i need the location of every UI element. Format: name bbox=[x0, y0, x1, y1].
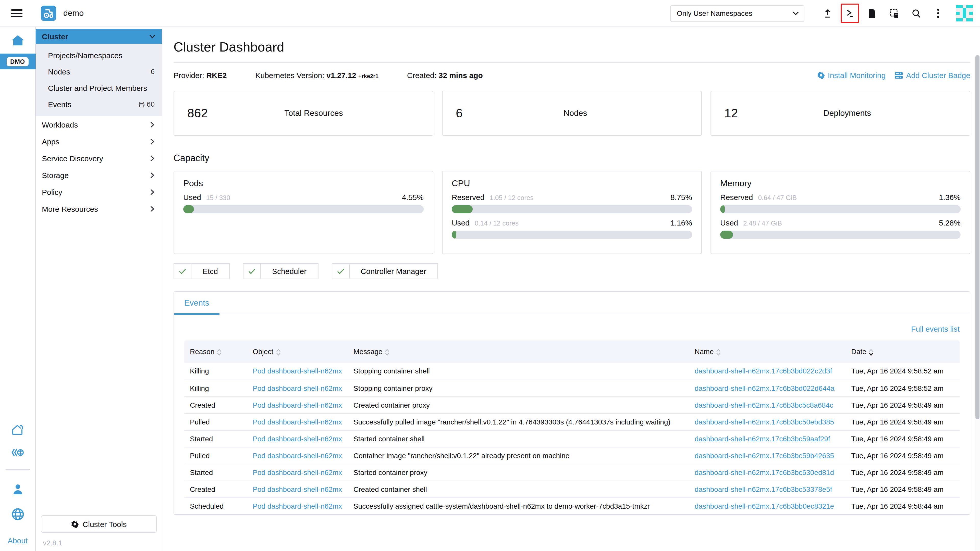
stat-value: 12 bbox=[724, 106, 738, 121]
vertical-scrollbar[interactable] bbox=[975, 55, 980, 551]
column-header-object[interactable]: Object bbox=[248, 340, 349, 363]
namespace-filter-select[interactable]: Only User Namespaces bbox=[670, 5, 804, 22]
column-header-reason[interactable]: Reason bbox=[184, 340, 248, 363]
download-kubeconfig-button[interactable] bbox=[864, 5, 881, 22]
sidenav-group-cluster[interactable]: Cluster bbox=[36, 29, 162, 44]
version-label: v2.8.1 bbox=[43, 539, 157, 547]
kubectl-shell-button[interactable] bbox=[841, 3, 859, 23]
event-object-link[interactable]: Pod dashboard-shell-n62mx bbox=[253, 401, 342, 409]
stat-card-total-resources[interactable]: 862Total Resources bbox=[173, 91, 433, 136]
sidebar-item-nodes[interactable]: Nodes6 bbox=[36, 63, 162, 79]
sidebar-item-events[interactable]: Events{=}60 bbox=[36, 96, 162, 112]
event-message: Stopping container shell bbox=[349, 363, 690, 380]
column-label: Name bbox=[695, 348, 714, 356]
capacity-card-title: Memory bbox=[720, 179, 961, 189]
event-message: Started container proxy bbox=[349, 464, 690, 481]
column-header-message[interactable]: Message bbox=[349, 340, 690, 363]
stat-card-nodes[interactable]: 6Nodes bbox=[442, 91, 702, 136]
install-monitoring-link[interactable]: Install Monitoring bbox=[817, 71, 886, 79]
snapshot-icon bbox=[889, 8, 899, 18]
gauge-bar-fill bbox=[720, 205, 725, 213]
event-name-link[interactable]: dashboard-shell-n62mx.17c6b3bc50ebd385 bbox=[695, 418, 834, 426]
gauge-bar-fill bbox=[452, 230, 456, 239]
event-date: Tue, Apr 16 2024 9:58:49 am bbox=[847, 413, 959, 430]
event-object-link[interactable]: Pod dashboard-shell-n62mx bbox=[253, 434, 342, 443]
event-name-link[interactable]: dashboard-shell-n62mx.17c6b3bd022c2d3f bbox=[695, 367, 832, 375]
event-row: StartedPod dashboard-shell-n62mxStarted … bbox=[184, 430, 959, 447]
sidebar-item-apps[interactable]: Apps bbox=[36, 133, 162, 150]
scrollbar-thumb[interactable] bbox=[975, 55, 980, 419]
column-label: Reason bbox=[190, 348, 215, 356]
gauge-bar bbox=[452, 230, 692, 239]
event-object-link[interactable]: Pod dashboard-shell-n62mx bbox=[253, 367, 342, 375]
stat-card-deployments[interactable]: 12Deployments bbox=[711, 91, 970, 136]
sidebar-item-cluster-and-project-members[interactable]: Cluster and Project Members bbox=[36, 79, 162, 96]
event-row: KillingPod dashboard-shell-n62mxStopping… bbox=[184, 363, 959, 380]
cluster-tools-button[interactable]: Cluster Tools bbox=[41, 515, 157, 533]
component-label: Etcd bbox=[191, 264, 229, 279]
fleet-button[interactable] bbox=[11, 448, 25, 459]
event-name-link[interactable]: dashboard-shell-n62mx.17c6b3bc59b42635 bbox=[695, 451, 834, 459]
event-object-link[interactable]: Pod dashboard-shell-n62mx bbox=[253, 468, 342, 476]
chevron-right-icon bbox=[150, 138, 155, 145]
column-header-name[interactable]: Name bbox=[690, 340, 847, 363]
rancher-cluster-dashboard: demo Only User Namespaces bbox=[0, 0, 980, 551]
gauge-detail: 0.64 / 47 GiB bbox=[758, 194, 797, 202]
home-button[interactable] bbox=[11, 34, 25, 48]
check-icon bbox=[179, 268, 186, 274]
event-object-link[interactable]: Pod dashboard-shell-n62mx bbox=[253, 451, 342, 459]
full-events-list-link[interactable]: Full events list bbox=[911, 324, 959, 333]
event-date: Tue, Apr 16 2024 9:58:52 am bbox=[847, 380, 959, 396]
tab-events[interactable]: Events bbox=[174, 299, 220, 314]
sidebar-item-more-resources[interactable]: More Resources bbox=[36, 200, 162, 218]
event-name-link[interactable]: dashboard-shell-n62mx.17c6b3bc59aaf29f bbox=[695, 434, 830, 443]
column-header-date[interactable]: Date bbox=[847, 340, 959, 363]
event-date: Tue, Apr 16 2024 9:58:49 am bbox=[847, 430, 959, 447]
locale-button[interactable] bbox=[11, 508, 24, 523]
cluster-sidenav: Cluster Projects/NamespacesNodes6Cluster… bbox=[36, 27, 162, 551]
event-name-link[interactable]: dashboard-shell-n62mx.17c6b3bd022d644a bbox=[695, 384, 835, 392]
event-message: Stopping container proxy bbox=[349, 380, 690, 396]
event-object-link[interactable]: Pod dashboard-shell-n62mx bbox=[253, 418, 342, 426]
gauge-detail: 1.05 / 12 cores bbox=[490, 194, 533, 202]
capacity-gauge-used: Used15 / 3304.55% bbox=[183, 193, 424, 213]
harvester-button[interactable] bbox=[11, 424, 24, 438]
chevron-right-icon bbox=[150, 121, 155, 128]
sidebar-item-workloads[interactable]: Workloads bbox=[36, 116, 162, 133]
tractor-icon bbox=[43, 8, 54, 19]
active-cluster-item[interactable]: DMO bbox=[0, 54, 35, 69]
gauge-label: Reserved bbox=[720, 193, 753, 202]
sidebar-item-storage[interactable]: Storage bbox=[36, 167, 162, 184]
events-panel: Events Full events list ReasonObjectMess… bbox=[173, 291, 970, 515]
about-link[interactable]: About bbox=[8, 536, 27, 545]
add-cluster-badge-link[interactable]: Add Cluster Badge bbox=[895, 71, 970, 79]
event-name-link[interactable]: dashboard-shell-n62mx.17c6b3bc5c8a684c bbox=[695, 401, 833, 409]
event-object-link[interactable]: Pod dashboard-shell-n62mx bbox=[253, 485, 342, 493]
event-name-link[interactable]: dashboard-shell-n62mx.17c6b3bb0ec8321e bbox=[695, 502, 834, 510]
event-reason: Started bbox=[184, 464, 248, 481]
component-check bbox=[243, 264, 261, 279]
event-name-link[interactable]: dashboard-shell-n62mx.17c6b3bc53378e5f bbox=[695, 485, 832, 493]
import-yaml-button[interactable] bbox=[819, 5, 836, 22]
user-avatar[interactable] bbox=[956, 5, 973, 22]
gauge-bar-fill bbox=[720, 230, 733, 239]
hamburger-menu-icon[interactable] bbox=[11, 9, 22, 17]
event-object-link[interactable]: Pod dashboard-shell-n62mx bbox=[253, 502, 342, 510]
gauge-percent: 1.36% bbox=[939, 193, 961, 202]
header-kebab-menu[interactable] bbox=[929, 5, 947, 22]
event-object-link[interactable]: Pod dashboard-shell-n62mx bbox=[253, 384, 342, 392]
event-reason: Killing bbox=[184, 380, 248, 396]
sidebar-item-policy[interactable]: Policy bbox=[36, 184, 162, 200]
user-preferences-button[interactable] bbox=[11, 483, 24, 497]
gear-icon bbox=[71, 520, 79, 528]
created-info: Created: 32 mins ago bbox=[407, 71, 483, 79]
kebab-menu-icon bbox=[937, 8, 940, 18]
cluster-provider-logo[interactable] bbox=[41, 6, 56, 21]
search-button[interactable] bbox=[907, 5, 925, 22]
gauge-detail: 0.14 / 12 cores bbox=[475, 219, 519, 227]
sidebar-item-projects-namespaces[interactable]: Projects/Namespaces bbox=[36, 47, 162, 63]
sidebar-item-service-discovery[interactable]: Service Discovery bbox=[36, 150, 162, 167]
copy-kubeconfig-button[interactable] bbox=[886, 5, 903, 22]
event-name-link[interactable]: dashboard-shell-n62mx.17c6b3bc630ed81d bbox=[695, 468, 834, 476]
event-message: Started container shell bbox=[349, 430, 690, 447]
